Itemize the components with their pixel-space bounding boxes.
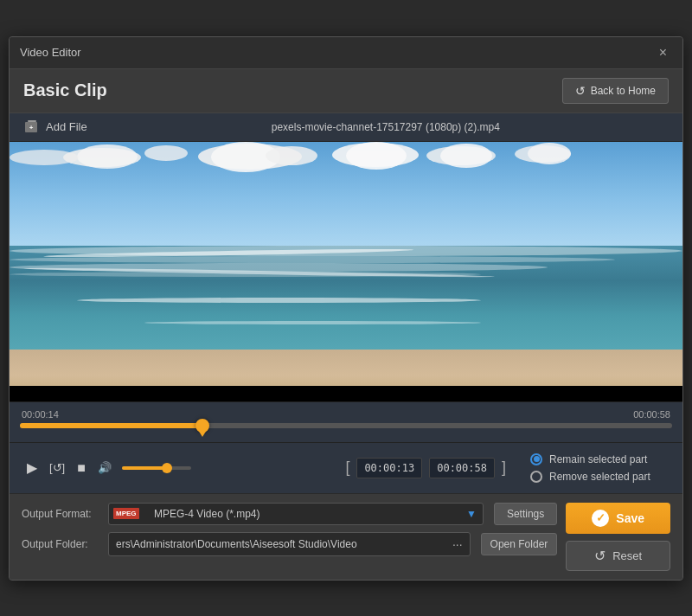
format-controls: MPEG MPEG-4 Video (*.mp4) ▼ Settings <box>108 503 557 525</box>
loop-button[interactable]: [↺] <box>46 458 68 478</box>
folder-path-display: ers\Administrator\Documents\Aiseesoft St… <box>108 532 471 556</box>
clip-bracket-close[interactable]: ] <box>502 459 506 477</box>
play-icon: ▶ <box>27 459 37 476</box>
remove-radio[interactable] <box>530 471 542 483</box>
timeline-times: 00:00:14 00:00:58 <box>20 409 672 420</box>
controls-row: ▶ [↺] ■ 🔊 [ 00:00:13 00:00: <box>20 448 672 488</box>
title-bar: Video Editor × <box>10 37 682 69</box>
clip-controls: [ 00:00:13 00:00:58 ] <box>345 458 506 478</box>
timeline-played-portion <box>20 423 202 428</box>
sea <box>10 246 682 363</box>
selection-options: Remain selected part Remove selected par… <box>530 453 669 483</box>
add-file-label: Add File <box>46 120 87 133</box>
loop-icon: [↺] <box>49 461 65 474</box>
clip-end-time: 00:00:58 <box>429 458 495 478</box>
add-file-button[interactable]: + Add File <box>20 119 93 136</box>
clip-bracket-open[interactable]: [ <box>345 459 349 477</box>
settings-button[interactable]: Settings <box>494 503 557 525</box>
timeline-start: 00:00:14 <box>22 409 59 420</box>
cloud-4b <box>440 144 492 168</box>
stop-icon: ■ <box>77 460 86 476</box>
save-checkmark-icon: ✓ <box>592 510 609 527</box>
action-buttons: ✓ Save ↺ Reset <box>566 503 670 571</box>
volume-level <box>122 466 167 470</box>
wave-crest-3 <box>77 298 481 303</box>
format-type-icon: MPEG <box>113 508 139 519</box>
volume-handle[interactable] <box>162 463 172 473</box>
folder-row: Output Folder: ers\Administrator\Documen… <box>22 532 557 556</box>
cloud-2c <box>266 146 317 165</box>
add-file-icon: + <box>25 120 41 134</box>
speaker-icon: 🔊 <box>98 461 112 474</box>
wave-crest-4 <box>144 321 481 324</box>
bottom-letterbox <box>10 386 682 401</box>
clouds <box>10 142 682 221</box>
cloud-1c <box>144 145 188 161</box>
video-preview-area <box>10 142 682 401</box>
format-label: Output Format: <box>22 508 99 520</box>
playback-controls: ▶ [↺] ■ 🔊 <box>23 456 338 479</box>
save-button[interactable]: ✓ Save <box>566 503 670 534</box>
controls-area: ▶ [↺] ■ 🔊 [ 00:00:13 00:00: <box>10 442 682 493</box>
output-settings: Output Format: MPEG MPEG-4 Video (*.mp4)… <box>10 493 682 580</box>
remain-option[interactable]: Remain selected part <box>530 453 669 465</box>
back-to-home-button[interactable]: ↺ Back to Home <box>562 78 669 104</box>
svg-text:+: + <box>29 124 34 132</box>
cloud-5b <box>528 143 571 164</box>
back-to-home-label: Back to Home <box>591 85 656 97</box>
cloud-3b <box>346 142 407 170</box>
page-title: Basic Clip <box>23 80 107 100</box>
clip-start-time: 00:00:13 <box>356 458 422 478</box>
reset-button[interactable]: ↺ Reset <box>566 541 670 571</box>
format-row: Output Format: MPEG MPEG-4 Video (*.mp4)… <box>22 503 557 525</box>
folder-controls: ers\Administrator\Documents\Aiseesoft St… <box>108 532 557 556</box>
svg-rect-1 <box>28 120 36 122</box>
mute-button[interactable]: 🔊 <box>94 458 115 478</box>
format-select[interactable]: MPEG-4 Video (*.mp4) <box>108 503 484 525</box>
beach-scene <box>10 142 682 401</box>
volume-track[interactable] <box>122 466 191 470</box>
toolbar: + Add File pexels-movie-channet-17517297… <box>10 113 682 142</box>
reset-label: Reset <box>612 549 642 562</box>
play-button[interactable]: ▶ <box>23 456 41 479</box>
timeline-marker <box>198 430 207 437</box>
folder-label: Output Folder: <box>22 538 99 550</box>
open-folder-button[interactable]: Open Folder <box>481 533 558 555</box>
back-icon: ↺ <box>575 84 586 98</box>
remove-label: Remove selected part <box>549 471 650 483</box>
timeline-end: 00:00:58 <box>633 409 670 420</box>
filename-display: pexels-movie-channet-17517297 (1080p) (2… <box>99 121 672 133</box>
timeline-track[interactable] <box>20 423 672 428</box>
cloud-6 <box>10 150 79 165</box>
main-window: Video Editor × Basic Clip ↺ Back to Home… <box>9 36 683 581</box>
browse-dots-button[interactable]: ··· <box>452 537 463 551</box>
stop-button[interactable]: ■ <box>74 457 89 479</box>
folder-path-text: ers\Administrator\Documents\Aiseesoft St… <box>116 538 449 550</box>
save-label: Save <box>616 511 644 525</box>
remain-label: Remain selected part <box>549 453 647 465</box>
close-button[interactable]: × <box>654 44 672 61</box>
window-title: Video Editor <box>20 46 81 59</box>
cloud-1b <box>77 144 138 169</box>
format-select-wrapper: MPEG MPEG-4 Video (*.mp4) ▼ <box>108 503 484 525</box>
timeline-area: 00:00:14 00:00:58 <box>10 401 682 442</box>
reset-icon: ↺ <box>594 548 606 564</box>
remain-radio[interactable] <box>530 453 542 465</box>
remove-option[interactable]: Remove selected part <box>530 471 669 483</box>
header: Basic Clip ↺ Back to Home <box>10 69 682 113</box>
settings-rows: Output Format: MPEG MPEG-4 Video (*.mp4)… <box>22 503 557 563</box>
bottom-row: Output Format: MPEG MPEG-4 Video (*.mp4)… <box>22 503 670 571</box>
